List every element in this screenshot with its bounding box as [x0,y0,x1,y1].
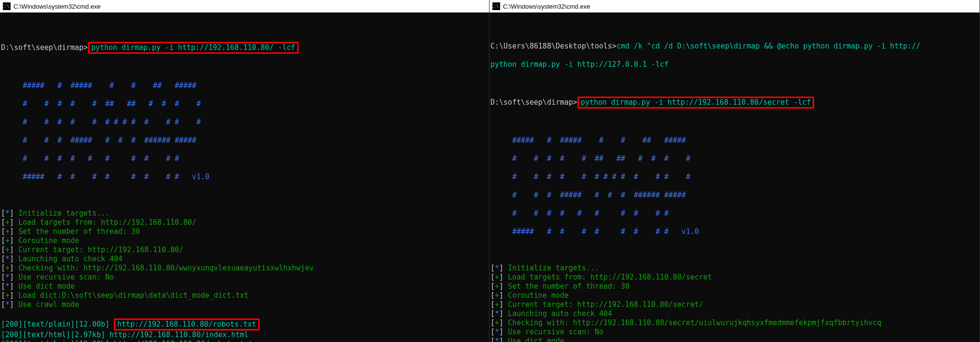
prompt-path: D:\soft\seep\dirmap> [490,98,578,107]
log-line: [+] Load targets from: http://192.168.11… [1,218,488,227]
result-line: [200][text/plain][12.00b] http://192.168… [1,318,488,330]
result-highlight: http://192.168.110.80/robots.txt [114,318,260,330]
ascii-art-line: # # # # # # # # # # [1,154,488,163]
ascii-art-line: # # # # # ## ## # # # # [1,99,488,109]
log-line: [*] Use recursive scan: No [490,328,979,337]
pre-command-text: cmd /k "cd /d D:\soft\seep\dirmap && @ec… [616,42,920,50]
log-line: [*] Use crawl mode [1,300,488,309]
log-line: [*] Use recursive scan: No [1,273,488,282]
window-title: C:\Windows\system32\cmd.exe [503,3,590,10]
log-line: [*] Launching auto check 404 [490,309,979,318]
log-line: [+] Current target: http://192.168.110.8… [490,300,979,309]
ascii-art-line: # # # # # ## ## # # # # [490,154,979,163]
ascii-art-line: # # # ##### # # # ###### ##### [1,136,488,145]
log-line: [+] Coroutine mode [1,236,488,245]
log-line: [+] Load dict:D:\soft\seep\dirmap\data\d… [1,291,488,300]
prompt-path: C:\Users\86188\Desktop\tools> [490,42,616,50]
log-line: [*] Launching auto check 404 [1,255,488,264]
result-url: http://192.168.110.80/robots.txt [117,320,256,329]
log-line: [*] Use dict mode [1,282,488,291]
log-line: [*] Initialize targets... [490,264,979,273]
terminal-output-right[interactable]: C:\Users\86188\Desktop\tools>cmd /k "cd … [490,12,980,342]
terminal-pane-right: C:\. C:\Windows\system32\cmd.exe C:\User… [490,0,980,342]
ascii-art-line: # # # # # # # # # # [490,209,979,218]
terminal-pane-left: C:\. C:\Windows\system32\cmd.exe D:\soft… [0,0,490,342]
result-line: [200][text/html][2.97kb] http://192.168.… [1,330,488,340]
result-url: http://192.168.110.80/index.html [110,330,249,339]
command-text: python dirmap.py -i http://192.168.110.8… [91,43,295,52]
cmd-icon: C:\. [492,2,500,10]
ascii-art-line: # # # ##### # # # ###### ##### [490,191,979,200]
prompt-path: D:\soft\seep\dirmap> [1,43,88,52]
result-url: http://192.168.110.80/robots.txt [114,340,253,342]
log-line: [+] Set the number of thread: 30 [490,282,979,291]
log-line: [+] Load targets from: http://192.168.11… [490,273,979,282]
ascii-art-line: ##### # ##### # # ## ##### [490,136,979,145]
command-highlight: python dirmap.py -i http://192.168.110.8… [578,97,815,109]
ascii-art-line: ##### # # # # # # # # v1.0 [1,172,488,182]
log-line: [*] Initialize targets... [1,209,488,218]
result-line: [200][text/plain][12.00b] http://192.168… [1,340,488,342]
window-title: C:\Windows\system32\cmd.exe [13,3,101,10]
ascii-art-line: ##### # ##### # # ## ##### [1,81,488,90]
log-line: [+] Checking with: http://192.168.110.80… [490,318,979,328]
command-highlight: python dirmap.py -i http://192.168.110.8… [88,42,299,54]
ascii-art-line: # # # # # # # # # # # # # [490,172,979,182]
pre-command-text-2: python dirmap.py -i http://127.0.0.1 -lc… [490,60,979,69]
ascii-art-line: ##### # # # # # # # # v1.0 [490,227,979,236]
log-line: [+] Checking with: http://192.168.110.80… [1,264,488,273]
log-line: [+] Current target: http://192.168.110.8… [1,245,488,255]
log-line: [+] Coroutine mode [490,291,979,300]
log-line: [*] Use dict mode [490,337,979,342]
log-line: [+] Set the number of thread: 30 [1,227,488,236]
titlebar-left[interactable]: C:\. C:\Windows\system32\cmd.exe [0,0,489,12]
cmd-icon: C:\. [3,2,11,10]
terminal-output-left[interactable]: D:\soft\seep\dirmap>python dirmap.py -i … [0,12,489,342]
titlebar-right[interactable]: C:\. C:\Windows\system32\cmd.exe [490,0,980,12]
command-text: python dirmap.py -i http://192.168.110.8… [581,98,811,107]
ascii-art-line: # # # # # # # # # # # # # [1,118,488,127]
